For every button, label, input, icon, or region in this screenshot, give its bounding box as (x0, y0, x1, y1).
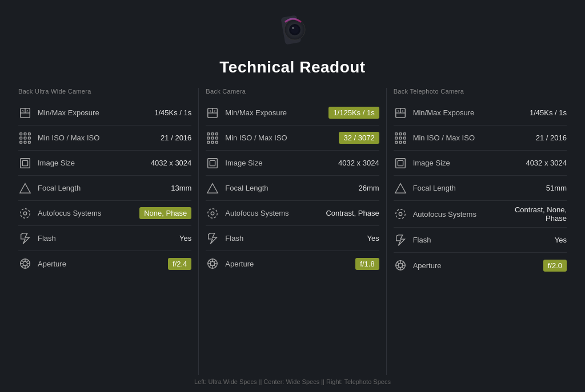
header: Technical Readout (219, 11, 365, 76)
svg-rect-70 (399, 132, 402, 135)
spec-left: Aperture (394, 258, 543, 272)
column-back-camera: Back Camera Min/Max Exposure1/125Ks / 1s… (199, 88, 386, 375)
spec-label: Flash (413, 236, 431, 244)
spec-label: Autofocus Systems (225, 209, 289, 217)
spec-value: 1/45Ks / 1s (530, 108, 567, 117)
svg-rect-40 (207, 132, 210, 135)
spec-left: Aperture (18, 257, 168, 270)
svg-rect-15 (24, 137, 26, 139)
spec-value: 4032 x 3024 (338, 159, 379, 167)
flash-icon (206, 232, 219, 245)
svg-marker-80 (395, 183, 405, 193)
spec-value: 4032 x 3024 (526, 159, 567, 167)
spec-left: Min/Max Exposure (206, 106, 328, 120)
min-max-exposure-icon (18, 106, 32, 120)
spec-value: f/2.4 (168, 258, 191, 270)
svg-rect-17 (20, 141, 22, 143)
focal-length-icon (394, 181, 407, 195)
spec-row-flash: FlashYes (18, 226, 191, 251)
svg-rect-44 (211, 137, 214, 139)
svg-rect-45 (216, 137, 218, 139)
spec-row-aperture: Aperturef/1.8 (206, 251, 379, 276)
min-max-exposure-icon (394, 106, 407, 120)
spec-left: Aperture (206, 257, 355, 270)
svg-line-89 (402, 262, 403, 264)
spec-left: Focal Length (18, 181, 171, 195)
svg-point-5 (292, 27, 294, 29)
svg-point-23 (21, 208, 30, 218)
spec-row-flash: FlashYes (206, 226, 379, 251)
spec-value: 51mm (546, 184, 567, 192)
spec-left: Image Size (394, 156, 526, 170)
autofocus-icon (18, 207, 32, 220)
svg-rect-77 (403, 141, 406, 143)
svg-point-84 (398, 263, 402, 267)
svg-rect-49 (208, 158, 218, 168)
spec-label: Aperture (413, 261, 442, 270)
spec-row-focal-length: Focal Length26mm (206, 176, 379, 201)
svg-rect-69 (395, 132, 397, 135)
footer: Left: Ultra Wide Specs || Center: Wide S… (0, 378, 585, 385)
spec-value: f/2.0 (543, 260, 567, 272)
spec-value: None, Phase (139, 207, 191, 219)
spec-row-min-max-iso: Min ISO / Max ISO21 / 2016 (394, 126, 567, 151)
footer-text: Left: Ultra Wide Specs || Center: Wide S… (194, 378, 391, 385)
spec-label: Min ISO / Max ISO (225, 134, 287, 142)
column-header: Back Ultra Wide Camera (18, 88, 191, 95)
spec-value: 21 / 2016 (536, 134, 567, 142)
spec-row-min-max-iso: Min ISO / Max ISO21 / 2016 (18, 126, 191, 151)
columns-wrapper: Back Ultra Wide Camera Min/Max Exposure1… (11, 88, 574, 375)
svg-point-4 (291, 26, 299, 34)
column-ultra-wide: Back Ultra Wide Camera Min/Max Exposure1… (11, 88, 199, 375)
spec-left: Focal Length (394, 181, 546, 195)
spec-left: Flash (394, 233, 555, 247)
svg-line-61 (214, 265, 216, 267)
svg-point-26 (23, 261, 27, 265)
spec-left: Autofocus Systems (206, 207, 326, 220)
spec-value: 21 / 2016 (161, 134, 191, 142)
spec-row-aperture: Aperturef/2.4 (18, 251, 191, 276)
spec-label: Focal Length (38, 184, 81, 192)
svg-rect-76 (399, 141, 402, 143)
column-header: Back Telephoto Camera (394, 88, 567, 95)
spec-row-focal-length: Focal Length51mm (394, 176, 567, 201)
spec-value: 32 / 3072 (339, 132, 379, 144)
svg-marker-22 (20, 183, 30, 193)
svg-rect-41 (211, 132, 214, 135)
column-telephoto: Back Telephoto Camera Min/Max Exposure1/… (387, 88, 574, 375)
spec-left: Min ISO / Max ISO (206, 131, 339, 145)
spec-value: 1/45Ks / 1s (154, 108, 191, 117)
spec-row-focal-length: Focal Length13mm (18, 176, 191, 201)
spec-left: Flash (206, 232, 367, 245)
svg-rect-20 (21, 158, 30, 168)
svg-line-90 (402, 267, 403, 269)
svg-line-63 (209, 260, 211, 262)
spec-left: Image Size (18, 156, 151, 170)
spec-value: Yes (555, 236, 567, 244)
svg-rect-73 (399, 137, 402, 139)
svg-line-39 (214, 110, 215, 111)
spec-value: Contrast, Phase (326, 209, 379, 217)
svg-rect-16 (29, 137, 31, 139)
spec-label: Autofocus Systems (38, 209, 101, 217)
svg-line-33 (22, 265, 23, 267)
spec-row-image-size: Image Size4032 x 3024 (206, 151, 379, 176)
svg-line-38 (210, 110, 211, 111)
svg-line-9 (22, 110, 23, 111)
autofocus-icon (206, 207, 219, 220)
page-title: Technical Readout (219, 58, 365, 76)
spec-value: 1/125Ks / 1s (328, 107, 379, 119)
svg-line-32 (27, 265, 29, 267)
spec-row-min-max-exposure: Min/Max Exposure1/45Ks / 1s (394, 100, 567, 126)
svg-rect-72 (395, 137, 397, 139)
spec-label: Focal Length (225, 184, 268, 192)
image-size-icon (18, 156, 32, 170)
svg-point-55 (211, 261, 215, 265)
min-max-exposure-icon (206, 106, 219, 120)
aperture-icon (206, 257, 219, 270)
spec-left: Min/Max Exposure (18, 106, 154, 120)
spec-row-image-size: Image Size4032 x 3024 (18, 151, 191, 176)
svg-point-52 (208, 208, 218, 218)
spec-value: Contrast, None, Phase (492, 205, 567, 223)
spec-label: Min/Max Exposure (413, 108, 475, 117)
